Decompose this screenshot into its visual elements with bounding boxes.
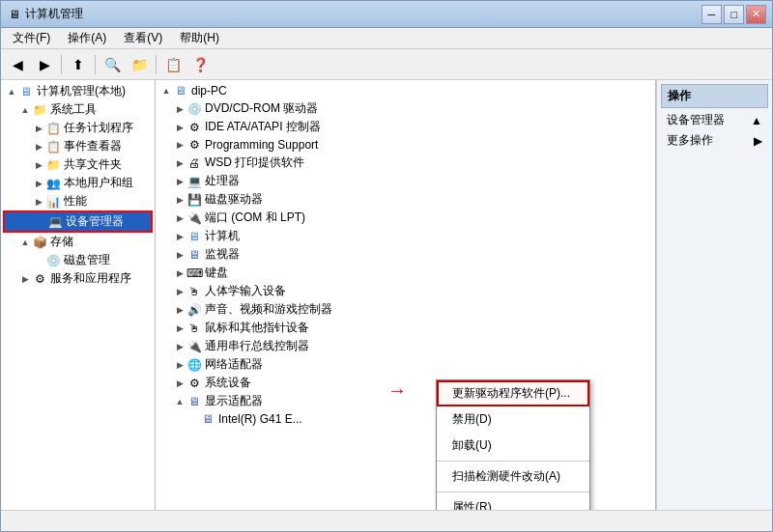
menu-file[interactable]: 文件(F) (5, 28, 58, 48)
mid-expand-9: ▶ (173, 248, 186, 262)
left-node-shared-folders[interactable]: ▶ 📁 共享文件夹 (3, 155, 153, 174)
mid-node-computer[interactable]: ▶ 🖥 计算机 (157, 227, 653, 245)
mid-expand-7: ▶ (173, 211, 186, 225)
right-device-manager-action: 设备管理器 ▲ (661, 110, 768, 130)
ctx-scan[interactable]: 扫描检测硬件改动(A) (437, 463, 589, 490)
maximize-button[interactable]: □ (724, 5, 744, 24)
mid-intel-icon: 🖥 (200, 411, 215, 427)
mid-keyboard-icon: ⌨ (186, 266, 202, 281)
left-panel: ▲ 🖥 计算机管理(本地) ▲ 📁 系统工具 ▶ 📋 任务计划程序 ▶ 📋 事件… (1, 80, 156, 510)
mid-sysdev-icon: ⚙ (186, 376, 202, 391)
left-node-services-label: 服务和应用程序 (50, 270, 131, 287)
main-window: 🖥 计算机管理 ─ □ ✕ 文件(F) 操作(A) 查看(V) 帮助(H) ◀ … (0, 0, 773, 532)
mid-expand-16: ▶ (173, 377, 186, 390)
ctx-uninstall[interactable]: 卸载(U) (437, 433, 589, 459)
mid-prog-label: Programming Support (205, 138, 318, 152)
title-bar: 🖥 计算机管理 ─ □ ✕ (1, 1, 772, 28)
search-button[interactable]: 🔍 (100, 53, 125, 76)
computer-icon: 🖥 (18, 84, 34, 99)
help-button[interactable]: ❓ (187, 53, 213, 76)
minimize-button[interactable]: ─ (701, 5, 722, 24)
folder-button[interactable]: 📁 (127, 53, 152, 76)
mid-intel-label: Intel(R) G41 E... (218, 412, 302, 426)
left-node-performance[interactable]: ▶ 📊 性能 (3, 192, 153, 210)
mid-sound-label: 声音、视频和游戏控制器 (205, 301, 332, 318)
left-node-computer[interactable]: ▲ 🖥 计算机管理(本地) (3, 82, 153, 100)
left-node-storage[interactable]: ▲ 📦 存储 (3, 233, 153, 251)
window-icon: 🖥 (7, 7, 22, 22)
mid-node-ports[interactable]: ▶ 🔌 端口 (COM 和 LPT) (157, 209, 653, 227)
properties-button[interactable]: 📋 (160, 53, 186, 76)
left-node-task-scheduler[interactable]: ▶ 📋 任务计划程序 (3, 119, 153, 137)
more-actions-label: 更多操作 (667, 132, 713, 149)
mid-expand-5: ▶ (173, 175, 186, 188)
mid-expand-4: ▶ (173, 156, 186, 170)
mid-prog-icon: ⚙ (186, 137, 202, 153)
menu-action[interactable]: 操作(A) (60, 28, 114, 48)
mid-node-monitor[interactable]: ▶ 🖥 监视器 (157, 245, 653, 264)
ctx-disable[interactable]: 禁用(D) (437, 406, 589, 433)
left-node-computer-label: 计算机管理(本地) (37, 83, 126, 99)
device-manager-icon: 💻 (47, 214, 63, 230)
mid-disk-icon: 💾 (186, 192, 202, 208)
left-node-device-label: 设备管理器 (66, 213, 124, 230)
menu-help[interactable]: 帮助(H) (172, 28, 227, 48)
window-title: 计算机管理 (25, 6, 701, 22)
right-panel-title: 操作 (661, 84, 768, 108)
expand-icon-5: ▶ (32, 158, 45, 172)
expand-icon-11: ▶ (18, 272, 32, 286)
window-controls: ─ □ ✕ (701, 5, 766, 24)
left-node-disk-mgmt[interactable]: 💿 磁盘管理 (3, 251, 153, 269)
mid-expand-3: ▶ (173, 138, 186, 152)
mid-node-wsd[interactable]: ▶ 🖨 WSD 打印提供软件 (157, 154, 653, 172)
left-node-event-label: 事件查看器 (64, 138, 122, 154)
performance-icon: 📊 (45, 194, 61, 210)
back-button[interactable]: ◀ (5, 53, 30, 76)
mid-mouse-label: 鼠标和其他指针设备 (205, 320, 309, 336)
mid-node-network[interactable]: ▶ 🌐 网络适配器 (157, 355, 653, 374)
main-content: ▲ 🖥 计算机管理(本地) ▲ 📁 系统工具 ▶ 📋 任务计划程序 ▶ 📋 事件… (1, 80, 772, 510)
mid-monitor-icon: 🖥 (186, 247, 202, 263)
mid-node-usb[interactable]: ▶ 🔌 通用串行总线控制器 (157, 337, 653, 355)
mid-display-label: 显示适配器 (205, 393, 263, 409)
right-more-actions[interactable]: 更多操作 ▶ (661, 130, 768, 151)
mid-dvd-icon: 💿 (186, 101, 202, 117)
mid-display-icon: 🖥 (186, 394, 202, 409)
mid-sysdev-label: 系统设备 (205, 375, 251, 391)
left-node-storage-label: 存储 (50, 234, 73, 250)
ctx-properties[interactable]: 属性(R) (437, 494, 589, 510)
mid-hid-icon: 🖱 (186, 284, 202, 299)
mid-node-dvd[interactable]: ▶ 💿 DVD/CD-ROM 驱动器 (157, 99, 653, 118)
left-node-services[interactable]: ▶ ⚙ 服务和应用程序 (3, 269, 153, 288)
menu-view[interactable]: 查看(V) (116, 28, 170, 48)
left-node-users-label: 本地用户和组 (64, 175, 133, 191)
left-node-device-manager[interactable]: 💻 设备管理器 (3, 210, 153, 233)
mid-node-mouse[interactable]: ▶ 🖱 鼠标和其他指针设备 (157, 319, 653, 337)
ctx-update-driver[interactable]: 更新驱动程序软件(P)... (437, 380, 589, 406)
up-button[interactable]: ⬆ (66, 53, 91, 76)
mid-keyboard-label: 键盘 (205, 265, 228, 281)
left-node-system-tools-label: 系统工具 (50, 101, 97, 118)
mid-node-dippc[interactable]: ▲ 🖥 dip-PC (157, 82, 653, 99)
services-icon: ⚙ (32, 271, 47, 287)
left-node-perf-label: 性能 (64, 193, 87, 210)
mid-node-keyboard[interactable]: ▶ ⌨ 键盘 (157, 264, 653, 282)
mid-expand-12: ▶ (173, 303, 186, 317)
mid-node-cpu[interactable]: ▶ 💻 处理器 (157, 172, 653, 190)
close-button[interactable]: ✕ (746, 5, 766, 24)
mid-node-disk-drive[interactable]: ▶ 💾 磁盘驱动器 (157, 190, 653, 209)
forward-button[interactable]: ▶ (32, 53, 57, 76)
status-bar (1, 510, 772, 531)
toolbar: ◀ ▶ ⬆ 🔍 📁 📋 ❓ (1, 49, 772, 80)
mid-node-ide[interactable]: ▶ ⚙ IDE ATA/ATAPI 控制器 (157, 118, 653, 136)
mid-disk-label: 磁盘驱动器 (205, 191, 263, 208)
mid-node-programming[interactable]: ▶ ⚙ Programming Support (157, 136, 653, 154)
mid-comp-label: 计算机 (205, 228, 240, 244)
mid-node-sound[interactable]: ▶ 🔊 声音、视频和游戏控制器 (157, 300, 653, 319)
mid-node-hid[interactable]: ▶ 🖱 人体学输入设备 (157, 282, 653, 300)
left-node-users-groups[interactable]: ▶ 👥 本地用户和组 (3, 174, 153, 192)
left-node-event-viewer[interactable]: ▶ 📋 事件查看器 (3, 137, 153, 155)
disk-mgmt-icon: 💿 (45, 253, 61, 268)
left-node-system-tools[interactable]: ▲ 📁 系统工具 (3, 100, 153, 119)
menu-bar: 文件(F) 操作(A) 查看(V) 帮助(H) (1, 28, 772, 49)
